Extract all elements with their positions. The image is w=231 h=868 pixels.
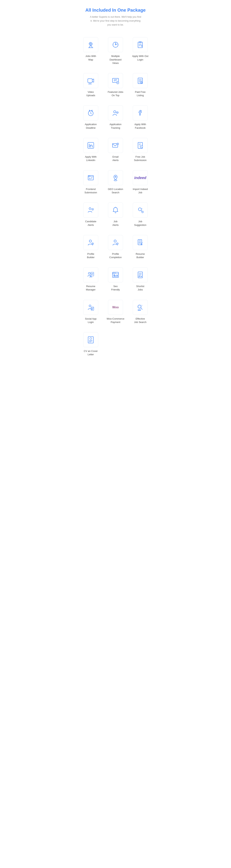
seo-friendly-icon-box (108, 267, 123, 282)
shortlist-icon (136, 271, 144, 279)
svg-point-63 (139, 240, 141, 242)
import-indeed-icon-box: indeed (133, 170, 148, 185)
resume-manager-icon-box (83, 267, 98, 282)
apply-linkedin-label: Apply WithLinkedin (85, 155, 97, 162)
apply-facebook-label: Apply WithFacebook (134, 123, 146, 129)
multiple-dashboard-icon-box (108, 37, 123, 52)
svg-point-76 (113, 273, 114, 273)
svg-point-49 (115, 176, 116, 177)
svg-point-43 (89, 176, 89, 177)
feature-profile-completion: ProfileCompletion (105, 232, 126, 261)
apply-without-login-icon-box (133, 37, 148, 52)
feature-apply-linkedin: Apply WithLinkedin (80, 135, 102, 164)
tracking-icon (111, 109, 120, 117)
paid-free-listing-label: Paid FreeListing (135, 90, 146, 97)
svg-point-0 (89, 42, 92, 45)
page-header: All Included In One Package A better Sup… (77, 0, 154, 32)
map-icon (87, 40, 95, 49)
cv-cover-letter-label: CV an CoverLetter (84, 349, 98, 356)
suggestion-icon (136, 206, 144, 214)
profile-complete-icon (111, 239, 120, 247)
feature-jobs-with-map: Jobs WithMap (80, 34, 102, 67)
svg-point-89 (92, 309, 93, 309)
feature-seo-friendly: SeoFriendly (105, 265, 126, 293)
apply-facebook-icon-box (133, 105, 148, 120)
feature-free-job-submission: Free JobSubmission (129, 135, 151, 164)
geo-icon (111, 174, 120, 182)
paid-free-listing-icon-box (133, 73, 148, 88)
effective-search-icon (136, 303, 144, 311)
candidate-icon (87, 206, 95, 214)
video-icon (87, 76, 95, 85)
video-uploads-label: VideoUploads (86, 90, 95, 97)
woocommerce-icon-box: Woo (108, 300, 123, 315)
email-alerts-label: EmailAlerts (112, 155, 118, 162)
job-alerts-icon-box (108, 203, 123, 218)
indeed-logo-text: indeed (134, 176, 146, 180)
svg-point-44 (90, 176, 90, 177)
shortlist-jobs-label: ShorlistJobs (136, 285, 144, 291)
svg-point-60 (114, 240, 116, 242)
geo-location-label: GEO LocationSearch (108, 187, 123, 194)
feature-job-alerts: JobAlerts (105, 199, 126, 229)
resume-builder-label: ResumeBuilder (136, 252, 145, 259)
job-alerts-label: JobAlerts (112, 220, 118, 226)
feature-shortlist-jobs: ShorlistJobs (129, 265, 151, 293)
multiple-dashboard-label: Multiple DashboardViews (106, 55, 125, 65)
effective-job-search-icon-box (133, 300, 148, 315)
svg-rect-79 (114, 275, 115, 277)
woocommerce-logo-text: Woo (112, 306, 119, 309)
feature-resume-manager: ResumeManager (80, 265, 102, 293)
feature-profile-builder: ProfileBuilder (80, 232, 102, 261)
video-uploads-icon-box (83, 73, 98, 88)
feature-email-alerts: EmailAlerts (105, 135, 126, 164)
woocommerce-label: Woo-CommercePayment (107, 317, 124, 324)
profile-builder-icon (87, 239, 95, 247)
svg-point-95 (90, 338, 92, 340)
profile-builder-label: ProfileBuilder (87, 252, 94, 259)
svg-point-28 (114, 111, 116, 113)
svg-point-31 (89, 144, 90, 145)
feature-apply-without-login: Apply With OutLogin (129, 34, 151, 67)
resume-builder-icon-box (133, 235, 148, 250)
free-job-submission-label: Free JobSubmission (134, 155, 147, 162)
resume-manager-icon (87, 271, 95, 279)
bell-icon (111, 206, 120, 214)
social-app-login-icon-box (83, 300, 98, 315)
frontend-submission-icon-box (83, 170, 98, 185)
page-title: All Included In One Package (81, 7, 150, 13)
svg-point-3 (115, 44, 116, 45)
import-indeed-label: Import IndeedJob (133, 187, 148, 194)
svg-point-86 (89, 305, 91, 307)
application-tracking-label: ApplicationTracking (110, 123, 121, 129)
svg-point-1 (90, 43, 91, 44)
feature-apply-facebook: Apply WithFacebook (129, 102, 151, 132)
feature-import-indeed: indeed Import IndeedJob (129, 167, 151, 196)
candidate-alerts-label: CandidateAlerts (85, 220, 96, 226)
svg-line-45 (89, 178, 90, 179)
feature-candidate-alerts: CandidateAlerts (80, 199, 102, 229)
apply-linkedin-icon-box (83, 138, 98, 153)
feature-featured-jobs: Featured JobsOn Top (105, 70, 126, 99)
feature-cv-cover-letter: CV an CoverLetter (80, 329, 102, 359)
job-suggestion-icon-box (133, 203, 148, 218)
resume-builder-icon (136, 239, 144, 247)
frontend-icon (87, 174, 95, 182)
application-tracking-icon-box (108, 105, 123, 120)
feature-video-uploads: VideoUploads (80, 70, 102, 99)
features-grid: Jobs WithMap Multiple DashboardViews (77, 32, 154, 366)
page-subtitle: A better Superio is out there. We'll hel… (89, 15, 142, 27)
deadline-icon (87, 109, 95, 117)
seo-friendly-label: SeoFriendly (111, 285, 120, 291)
feature-application-deadline: ApplicationDeadline (80, 102, 102, 132)
candidate-alerts-icon-box (83, 203, 98, 218)
svg-rect-80 (115, 275, 116, 277)
free-job-submission-icon-box (133, 138, 148, 153)
profile-builder-icon-box (83, 235, 98, 250)
free-job-icon (136, 141, 144, 150)
feature-resume-builder: ResumeBuilder (129, 232, 151, 261)
feature-frontend-submission: FrontendSubmission (80, 167, 102, 196)
profile-completion-label: ProfileCompletion (109, 252, 122, 259)
geo-location-icon-box (108, 170, 123, 185)
featured-jobs-icon-box (108, 73, 123, 88)
